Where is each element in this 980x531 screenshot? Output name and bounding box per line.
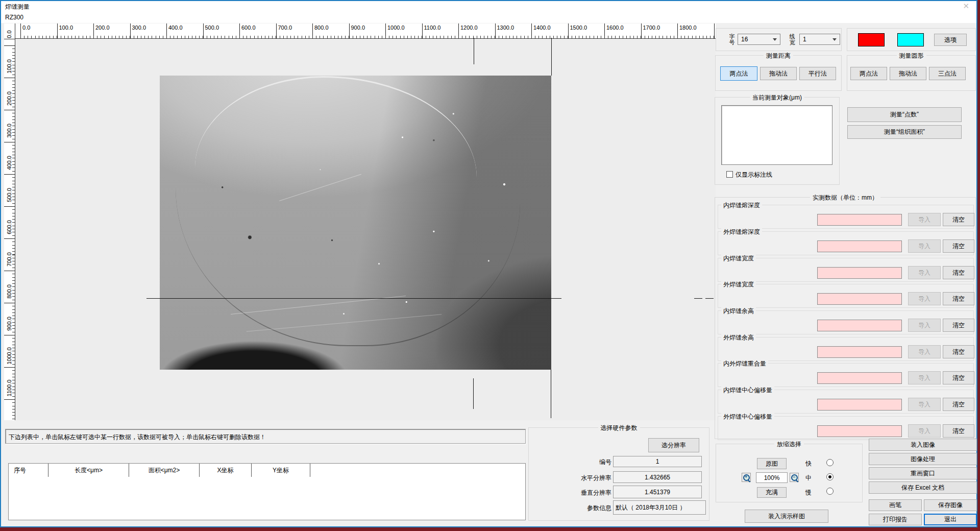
- circle-drag-button[interactable]: 拖动法: [890, 67, 926, 80]
- zoom-fill-button[interactable]: 充满: [757, 487, 787, 498]
- import-button[interactable]: 导入: [908, 292, 941, 305]
- close-icon[interactable]: ✕: [963, 2, 969, 11]
- measured-row-label: 外焊缝熔深度: [721, 228, 762, 236]
- results-table[interactable]: 序号 长度<μm> 面积<μm2> X坐标 Y坐标: [8, 463, 526, 520]
- load-image-button[interactable]: 装入图像: [869, 439, 977, 451]
- exit-button[interactable]: 退出: [924, 514, 977, 525]
- measured-value-input[interactable]: [817, 372, 902, 384]
- pen-button[interactable]: 画笔: [869, 499, 922, 511]
- ruler-label: 500.0: [205, 25, 219, 31]
- import-button[interactable]: 导入: [908, 398, 941, 411]
- ruler-label: 400.0: [168, 25, 183, 31]
- zoom-percent-box[interactable]: 100%: [756, 472, 788, 483]
- print-report-button[interactable]: 打印报告: [869, 514, 922, 525]
- save-excel-button[interactable]: 保存 Excel 文档: [869, 481, 977, 494]
- process-image-button[interactable]: 图像处理: [869, 453, 977, 465]
- font-size-value: 16: [741, 36, 748, 43]
- distance-drag-button[interactable]: 拖动法: [760, 67, 797, 80]
- measured-row: 内外焊缝重合量 导入 清空: [718, 363, 974, 387]
- import-button[interactable]: 导入: [908, 345, 941, 358]
- options-button[interactable]: 选项: [934, 34, 967, 46]
- measure-points-button[interactable]: 测量“点数”: [847, 107, 962, 122]
- ruler-label: 900.0: [351, 25, 365, 31]
- import-button[interactable]: 导入: [908, 371, 941, 384]
- measured-row-label: 内焊缝中心偏移量: [721, 386, 774, 395]
- measured-value-input[interactable]: [817, 346, 902, 358]
- line-color-swatch[interactable]: [858, 33, 885, 46]
- ruler-label: 0.0: [22, 25, 30, 31]
- import-button[interactable]: 导入: [908, 239, 941, 253]
- speed-medium-radio[interactable]: [826, 473, 834, 480]
- ruler-major-tick: [677, 23, 678, 38]
- zoom-out-icon[interactable]: −: [790, 473, 799, 482]
- clear-button[interactable]: 清空: [943, 239, 974, 253]
- redraw-window-button[interactable]: 重画窗口: [869, 467, 977, 479]
- ruler-major-tick: [312, 23, 313, 38]
- plus-sign: +: [745, 474, 747, 479]
- font-size-select[interactable]: 16: [738, 34, 780, 45]
- current-object-title: 当前测量对象(μm): [750, 93, 804, 102]
- measure-area-button[interactable]: 测量“组织面积”: [847, 125, 962, 139]
- ruler-label: 1400.0: [533, 25, 551, 31]
- measured-row: 外焊缝宽度 导入 清空: [718, 284, 974, 308]
- import-button[interactable]: 导入: [908, 319, 941, 332]
- ruler-major-tick: [531, 23, 532, 38]
- ruler-label: 600.0: [241, 25, 256, 31]
- weld-image[interactable]: [160, 76, 551, 370]
- circle-two-point-button[interactable]: 两点法: [850, 67, 887, 80]
- clear-button[interactable]: 清空: [943, 319, 974, 332]
- measured-value-input[interactable]: [817, 320, 902, 331]
- only-labels-checkbox[interactable]: [726, 171, 733, 178]
- speed-fast-radio[interactable]: [826, 459, 834, 466]
- measure-distance-group: 测量距离 两点法 拖动法 平行法: [715, 55, 842, 91]
- ruler-label: 1000.0: [387, 25, 405, 31]
- import-button[interactable]: 导入: [908, 424, 941, 438]
- clear-button[interactable]: 清空: [943, 398, 974, 411]
- ruler-label: 600.0: [4, 217, 14, 237]
- font-linewidth-group: 字号 16 线宽 1: [716, 28, 842, 51]
- field-label: 水平分辨率: [530, 474, 611, 482]
- measured-row: 内焊缝余高 导入 清空: [718, 310, 974, 334]
- save-image-button[interactable]: 保存图像: [924, 499, 977, 511]
- line-width-select[interactable]: 1: [799, 34, 840, 45]
- distance-two-point-button[interactable]: 两点法: [720, 66, 757, 81]
- clear-button[interactable]: 清空: [943, 424, 974, 438]
- distance-parallel-button[interactable]: 平行法: [799, 67, 836, 80]
- zoom-title: 放缩选择: [774, 440, 804, 449]
- hardware-params-title: 选择硬件参数: [598, 424, 640, 432]
- hardware-params-group: 选择硬件参数 选分辨率 编号 1 水平分辨率 1.432665 垂直分辨率 1.…: [528, 427, 709, 521]
- clear-button[interactable]: 清空: [943, 371, 974, 384]
- clear-button[interactable]: 清空: [943, 292, 974, 305]
- clear-button[interactable]: 清空: [943, 345, 974, 358]
- speed-slow-radio[interactable]: [826, 488, 834, 495]
- zoom-in-icon[interactable]: +: [742, 473, 751, 482]
- ruler-label: 500.0: [4, 185, 14, 205]
- measured-value-input[interactable]: [817, 267, 902, 279]
- measurement-list[interactable]: [721, 105, 832, 165]
- select-resolution-button[interactable]: 选分辨率: [648, 438, 699, 452]
- ruler-label: 100.0: [59, 25, 74, 31]
- measured-value-input[interactable]: [817, 425, 902, 437]
- measured-row-label: 外焊缝余高: [721, 333, 756, 342]
- ruler-label: 1800.0: [679, 25, 697, 31]
- crosshair-vertical-segment-bottom: [473, 378, 474, 409]
- clear-button[interactable]: 清空: [943, 266, 974, 279]
- menu-item-rz300[interactable]: RZ300: [5, 14, 23, 21]
- field-label: 参数信息: [530, 504, 611, 513]
- clear-button[interactable]: 清空: [943, 213, 974, 226]
- ruler-major-tick: [276, 23, 277, 38]
- ruler-major-tick: [4, 45, 15, 46]
- fill-color-swatch[interactable]: [897, 33, 924, 46]
- measured-value-input[interactable]: [817, 293, 902, 305]
- measured-value-input[interactable]: [817, 240, 902, 252]
- circle-three-point-button[interactable]: 三点法: [929, 67, 966, 80]
- import-button[interactable]: 导入: [908, 213, 941, 226]
- ruler-major-tick: [568, 23, 569, 38]
- image-canvas[interactable]: 0.0100.0200.0300.0400.0500.0600.0700.080…: [4, 23, 716, 420]
- measured-value-input[interactable]: [817, 214, 902, 226]
- measured-value-input[interactable]: [817, 399, 902, 411]
- ruler-label: 300.0: [132, 25, 146, 31]
- zoom-original-button[interactable]: 原图: [757, 458, 787, 469]
- import-button[interactable]: 导入: [908, 266, 941, 279]
- load-demo-button[interactable]: 装入演示样图: [745, 510, 828, 523]
